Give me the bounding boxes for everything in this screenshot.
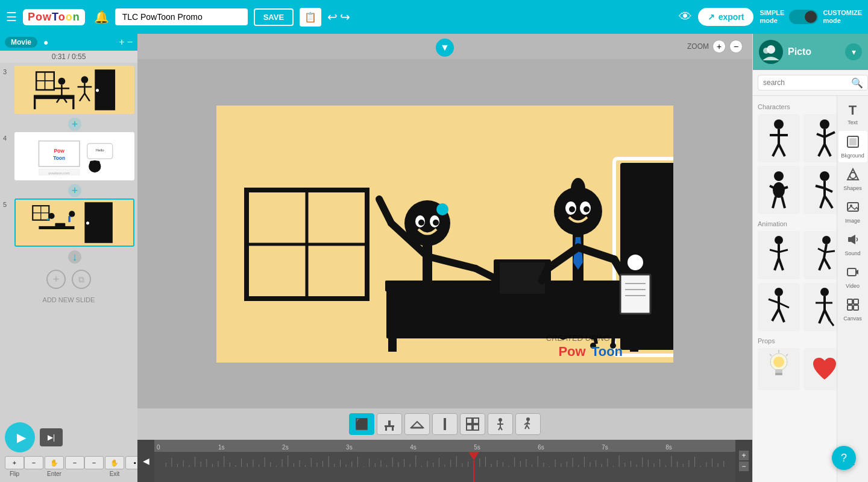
redo-button[interactable]: ↪ (340, 10, 350, 24)
exit-block-button[interactable]: ▪ (125, 456, 137, 469)
notification-icon[interactable]: 🔔 (94, 10, 109, 24)
undo-button[interactable]: ↩ (327, 10, 338, 24)
zoom-out-button[interactable]: − (729, 40, 743, 53)
slide-number-3: 3 (3, 68, 11, 75)
ruler-tick-0: 0 (157, 444, 160, 451)
svg-rect-284 (848, 305, 852, 310)
document-button[interactable]: 📋 (300, 8, 321, 27)
flip-left-button[interactable]: + (5, 456, 24, 469)
mode-toggle: SIMPLE mode CUSTOMIZE mode (760, 9, 862, 25)
animation-1[interactable] (758, 231, 800, 279)
svg-rect-103 (444, 418, 446, 430)
exit-minus-button[interactable]: − (84, 456, 104, 469)
movie-info-icon: ● (43, 37, 48, 47)
svg-point-68 (418, 220, 424, 226)
help-button[interactable]: ? (832, 446, 856, 470)
canvas-stage[interactable]: CREATED USING Pow Toon (216, 106, 673, 363)
slide-thumbnail-5[interactable] (14, 198, 134, 247)
animation-2[interactable] (804, 231, 837, 279)
preview-button[interactable]: 👁 (679, 9, 692, 25)
sound-tab-label: Sound (844, 250, 860, 256)
slide-thumbnail-3[interactable] (14, 66, 134, 114)
tool-background-button[interactable]: ⬛ (349, 413, 374, 435)
exit-hand-button[interactable]: ✋ (105, 456, 124, 469)
tab-bkground[interactable]: Bkground (838, 131, 867, 162)
add-slide-button[interactable]: + (46, 270, 66, 289)
slide-remove-icon[interactable]: − (127, 37, 133, 48)
svg-line-235 (782, 197, 785, 208)
panel-dropdown-button[interactable]: ▾ (845, 43, 862, 60)
character-4[interactable] (804, 166, 837, 214)
svg-point-14 (81, 76, 88, 83)
playback-row: ▶ ▶| (5, 422, 133, 452)
animation-4[interactable] (804, 283, 837, 331)
svg-line-271 (770, 354, 772, 356)
mode-toggle-track[interactable] (789, 10, 818, 24)
svg-rect-100 (392, 427, 394, 431)
hamburger-icon[interactable]: ☰ (6, 10, 17, 24)
tool-walk-button[interactable] (515, 413, 541, 435)
svg-rect-55 (454, 296, 563, 301)
tab-sound[interactable]: Sound (838, 229, 867, 260)
svg-point-219 (774, 119, 784, 129)
tool-divider-button[interactable] (432, 413, 458, 435)
character-1[interactable] (758, 114, 800, 162)
tab-text[interactable]: T Text (838, 98, 867, 130)
tool-floor-button[interactable] (404, 413, 430, 435)
svg-text:Toon: Toon (53, 155, 65, 161)
panel-title: Picto (788, 46, 840, 57)
enter-minus-button[interactable]: − (24, 456, 43, 469)
preview-frame-button[interactable]: ▶| (40, 428, 63, 446)
timeline-waveform[interactable] (154, 452, 735, 482)
text-tab-label: Text (848, 119, 858, 125)
character-3[interactable] (758, 166, 800, 214)
project-name-input[interactable] (115, 8, 248, 25)
zoom-in-button[interactable]: + (712, 40, 726, 53)
add-slide-copy-button[interactable]: ⧉ (72, 270, 91, 289)
header: ☰ PowToon 🔔 SAVE 📋 ↩ ↪ 👁 ↗ export SIMPLE… (0, 0, 868, 34)
search-button[interactable]: 🔍 (851, 77, 863, 89)
tab-shapes[interactable]: Shapes (838, 163, 867, 195)
undo-redo-group: ↩ ↪ (327, 10, 350, 24)
export-button[interactable]: ↗ export (698, 8, 754, 26)
enter-hand-button[interactable]: ✋ (45, 456, 64, 469)
tool-chair-button[interactable] (377, 413, 402, 435)
tool-person-button[interactable] (488, 413, 513, 435)
tab-canvas[interactable]: Canvas (838, 294, 867, 325)
add-after-button-5[interactable]: ↓ (68, 250, 81, 264)
svg-point-8 (96, 89, 99, 92)
ruler-tick-5s: 5s (474, 444, 480, 451)
prop-lightbulb[interactable] (758, 348, 800, 390)
svg-point-65 (436, 203, 448, 215)
tab-video[interactable]: Video (838, 261, 867, 293)
tab-image[interactable]: Image (838, 196, 867, 227)
add-between-button-4-5[interactable]: + (68, 184, 81, 197)
svg-point-79 (571, 178, 585, 200)
playhead[interactable] (468, 452, 479, 482)
prop-heart[interactable] (804, 348, 837, 390)
slide-add-icon[interactable]: + (119, 37, 124, 48)
animation-3[interactable] (758, 283, 800, 331)
scroll-down-button[interactable]: ▼ (436, 39, 454, 57)
add-between-button-3-4[interactable]: + (68, 118, 81, 131)
enter-minus2-button[interactable]: − (65, 456, 84, 469)
tool-grid-button[interactable] (460, 413, 485, 435)
slide-thumbnail-4[interactable]: Pow Toon powtoon.com Hello (14, 132, 134, 180)
canvas-top-bar: ▼ ZOOM + − (137, 34, 752, 59)
props-section-label: Props (758, 337, 832, 344)
mode-toggle-knob (805, 11, 817, 23)
svg-line-272 (786, 354, 788, 356)
timeline-zoom-out-button[interactable]: − (739, 461, 749, 471)
svg-point-236 (820, 171, 829, 181)
svg-line-238 (816, 186, 825, 188)
image-tab-icon (846, 200, 860, 217)
export-share-icon: ↗ (708, 12, 715, 22)
character-2[interactable] (804, 114, 837, 162)
save-button[interactable]: SAVE (254, 8, 294, 26)
characters-section-label: Characters (758, 103, 832, 110)
timeline-left-button[interactable]: ◀ (137, 440, 154, 482)
play-button[interactable]: ▶ (5, 422, 35, 452)
slide-number-4: 4 (3, 135, 11, 142)
svg-rect-280 (848, 237, 851, 242)
timeline-zoom-in-button[interactable]: + (739, 451, 749, 460)
